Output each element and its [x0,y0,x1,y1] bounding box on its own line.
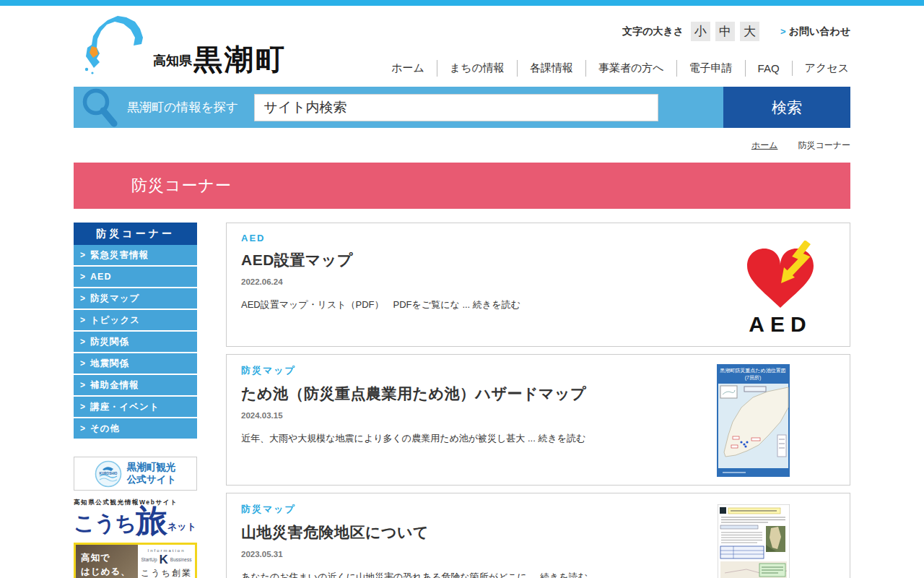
sidebar-item-other[interactable]: >その他 [74,418,197,440]
banner-kanko-line1: 黒潮町観光 [127,462,176,474]
chevron-right-icon: > [80,380,86,390]
sidebar-item-seminar-event[interactable]: >講座・イベント [74,397,197,418]
font-size-label: 文字の大きさ [622,25,684,38]
chevron-right-icon: > [80,272,86,282]
chevron-right-icon: > [80,250,86,260]
banner-kanko-line2: 公式サイト [127,474,176,486]
chevron-right-icon: > [80,402,86,412]
banner-tabi-main: こうち [74,513,136,534]
kochi-map-icon [82,12,150,75]
banner-sogyo-startup: StartUp [141,557,157,562]
search-lead-text: 黒潮町の情報を探す [127,99,238,116]
read-more-link[interactable]: 続きを読む [538,433,585,444]
sidebar-item-label: 緊急災害情報 [90,249,149,262]
breadcrumb-home-link[interactable]: ホーム [751,139,778,152]
page-title: 防災コーナー [131,175,232,197]
sanchi-saigai-doc-thumbnail [718,504,790,578]
article-excerpt-text: AED設置マップ・リスト（PDF） PDFをご覧にな ... [241,299,470,310]
chevron-right-icon: > [80,315,86,325]
sidebar-item-bosai-map[interactable]: >防災マップ [74,288,197,310]
nav-item-e-application[interactable]: 電子申請 [677,60,746,77]
logo-town-name: 黒潮町 [193,45,287,75]
search-input[interactable] [254,94,658,121]
banner-sogyo-label: Information StartUp K Bussiness こうち創業 [138,545,195,578]
banner-tabi-big: 旅 [136,508,167,534]
sidebar-item-label: AED [90,272,111,282]
nav-item-faq[interactable]: FAQ [746,61,793,76]
sidebar-item-emergency-info[interactable]: >緊急災害情報 [74,245,197,267]
article-card-sanchi-saigai[interactable]: 防災マップ 山地災害危険地区について 2023.05.31 あなたのお住まいの近… [226,493,850,578]
site-search-bar: 黒潮町の情報を探す 検索 [74,87,850,128]
tameike-map-thumbnail: 黒潮町防災重点ため池位置図 (7箇所) [717,364,790,477]
font-size-large-button[interactable]: 大 [740,22,759,41]
sidebar-item-label: 補助金情報 [90,379,139,392]
sidebar-item-label: その他 [90,423,120,435]
contact-link[interactable]: > お問い合わせ [780,25,850,38]
svg-text:AED: AED [749,312,811,336]
svg-text:(7箇所): (7箇所) [745,375,762,381]
banner-kochi-sogyo[interactable]: 高知で はじめる、 Information StartUp K Bussines… [74,543,197,578]
banner-sogyo-photo: 高知で はじめる、 [76,545,138,578]
article-excerpt-text: 近年、大雨や大規模な地震により多くの農業用ため池が被災し甚大 ... [241,433,536,444]
read-more-link[interactable]: 続きを読む [540,571,588,578]
breadcrumb-current: 防災コーナー [798,139,850,152]
sidebar-item-label: 講座・イベント [90,401,160,413]
banner-sogyo-title: こうち創業 [138,567,195,578]
sidebar-item-label: 地震関係 [90,358,129,370]
banner-sogyo-k-logo: K [160,553,168,566]
search-icon [78,87,123,128]
kuroshio-tourism-logo-icon: KUROSHIO [95,460,122,488]
article-excerpt: AED設置マップ・リスト（PDF） PDFをご覧にな ... 続きを読む [241,298,689,311]
nav-item-access[interactable]: アクセス [793,60,850,77]
site-logo[interactable]: 高知県 黒潮町 [82,12,287,75]
sidebar-item-topics[interactable]: >トピックス [74,310,197,332]
article-excerpt-text: あなたのお住まいの近くに山地災害の恐れある危険な箇所がどこに ... [241,571,537,578]
font-size-small-button[interactable]: 小 [691,22,710,41]
chevron-right-icon: > [80,423,86,434]
site-header: 高知県 黒潮町 文字の大きさ 小 中 大 > お問い合わせ ホーム まちの情報 … [74,6,850,87]
nav-item-home[interactable]: ホーム [379,60,437,77]
svg-text:黒潮町防災重点ため池位置図: 黒潮町防災重点ため池位置図 [720,368,785,374]
chevron-right-icon: > [80,337,86,347]
breadcrumb: ホーム 防災コーナー [74,139,850,151]
banner-kochi-tabi-net[interactable]: 高知県公式観光情報Webサイト こうち 旅 ネット [74,499,197,534]
header-utility: 文字の大きさ 小 中 大 > お問い合わせ [622,22,850,41]
page-title-banner: 防災コーナー [74,163,850,209]
chevron-right-icon: > [80,358,86,368]
font-size-medium-button[interactable]: 中 [715,22,735,41]
banner-sogyo-line1: 高知で [81,551,138,565]
chevron-right-icon: > [780,26,786,37]
sidebar-item-label: トピックス [90,314,140,327]
sidebar-item-earthquake[interactable]: >地震関係 [74,353,197,375]
article-excerpt: あなたのお住まいの近くに山地災害の恐れある危険な箇所がどこに ... 続きを読む [241,571,689,578]
article-excerpt: 近年、大雨や大規模な地震により多くの農業用ため池が被災し甚大 ... 続きを読む [241,432,689,445]
read-more-link[interactable]: 続きを読む [473,299,520,310]
sidebar-item-label: 防災関係 [90,336,129,348]
article-card-aed-map[interactable]: AED AED設置マップ 2022.06.24 AED設置マップ・リスト（PDF… [226,223,850,347]
contact-link-label: お問い合わせ [789,25,850,38]
nav-item-business[interactable]: 事業者の方へ [586,60,677,77]
logo-prefecture: 高知県 [150,52,193,75]
top-accent-bar [0,0,924,6]
global-nav: ホーム まちの情報 各課情報 事業者の方へ 電子申請 FAQ アクセス [379,60,850,77]
svg-text:KUROSHIO: KUROSHIO [99,472,117,475]
sidebar-item-aed[interactable]: >AED [74,267,197,288]
banner-sogyo-business: Bussiness [170,557,192,562]
sidebar-item-bosai-related[interactable]: >防災関係 [74,332,197,353]
article-card-tameike-hazardmap[interactable]: 防災マップ ため池（防災重点農業用ため池）ハザードマップ 2024.03.15 … [226,354,850,486]
banner-sogyo-line2: はじめる、 [81,565,138,578]
sidebar-item-subsidy[interactable]: >補助金情報 [74,375,197,397]
banner-tabi-sub: ネット [167,520,196,534]
sidebar-menu-title: 防災コーナー [74,223,197,245]
aed-logo-thumbnail: AED [740,241,821,336]
nav-item-departments[interactable]: 各課情報 [518,60,586,77]
sidebar: 防災コーナー >緊急災害情報 >AED >防災マップ >トピックス >防災関係 … [74,223,197,578]
sidebar-item-label: 防災マップ [90,293,139,305]
banner-kuroshio-tourism[interactable]: KUROSHIO 黒潮町観光 公式サイト [74,457,197,491]
nav-item-town-info[interactable]: まちの情報 [437,60,518,77]
chevron-right-icon: > [80,293,86,303]
search-button[interactable]: 検索 [723,87,850,128]
article-list: AED AED設置マップ 2022.06.24 AED設置マップ・リスト（PDF… [226,223,850,578]
